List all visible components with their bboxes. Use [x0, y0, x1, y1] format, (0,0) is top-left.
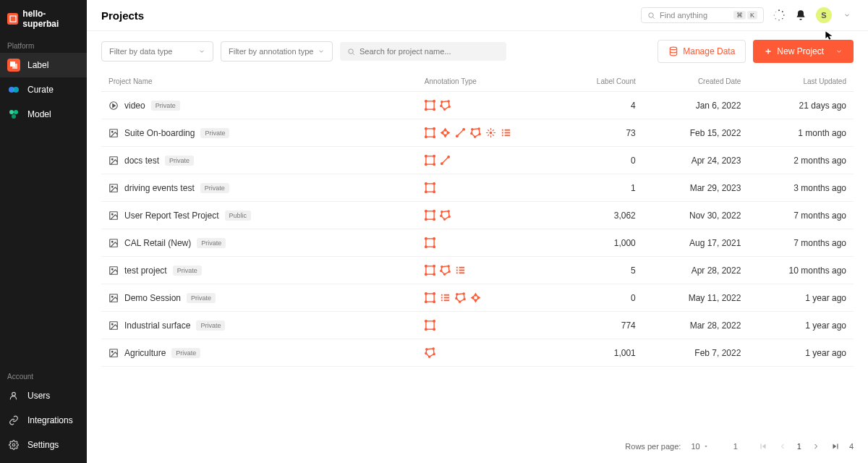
- workspace-switcher[interactable]: hello-superbai: [0, 6, 87, 38]
- project-search-input[interactable]: [359, 47, 499, 56]
- user-avatar[interactable]: S: [816, 7, 832, 23]
- table-row[interactable]: test project Private 5 Apr 28, 2022 10 m…: [101, 257, 854, 284]
- loading-spinner-icon: [773, 9, 786, 22]
- next-page-button[interactable]: [810, 441, 822, 452]
- table-row[interactable]: video Private 4 Jan 6, 2022 21 days ago: [101, 92, 854, 119]
- page-title: Projects: [101, 9, 144, 22]
- svg-rect-51: [502, 135, 503, 136]
- svg-point-91: [425, 266, 426, 267]
- svg-point-137: [425, 352, 427, 354]
- sidebar-item-integrations[interactable]: Integrations: [0, 408, 87, 433]
- label-count: 3,062: [553, 202, 643, 229]
- svg-point-42: [478, 128, 480, 129]
- table-row[interactable]: Agriculture Private 1,001 Feb 7, 2022 1 …: [101, 339, 854, 367]
- annotation-icons: [425, 127, 545, 138]
- svg-point-122: [459, 301, 460, 302]
- image-type-icon: [109, 238, 119, 248]
- search-icon: [347, 48, 355, 56]
- sidebar-item-text: Settings: [27, 440, 59, 450]
- sidebar-section-platform: Platform: [0, 38, 87, 53]
- svg-rect-83: [426, 239, 434, 247]
- last-updated: 1 year ago: [748, 312, 854, 339]
- prev-page-button[interactable]: [777, 441, 788, 452]
- page-controls: 1 4: [757, 440, 854, 453]
- visibility-badge: Private: [187, 293, 216, 303]
- sidebar-item-settings[interactable]: Settings: [0, 433, 87, 457]
- svg-point-77: [448, 211, 449, 212]
- created-date: Nov 30, 2022: [643, 202, 749, 229]
- last-updated: 21 days ago: [748, 92, 854, 119]
- svg-rect-52: [504, 135, 510, 136]
- page-input[interactable]: 1: [733, 442, 738, 451]
- svg-point-85: [433, 238, 435, 239]
- visibility-badge: Private: [171, 348, 200, 358]
- filter-data-type[interactable]: Filter by data type: [101, 41, 213, 61]
- svg-rect-49: [502, 132, 503, 134]
- svg-point-25: [425, 109, 426, 110]
- svg-point-94: [433, 273, 435, 275]
- svg-point-99: [441, 270, 442, 271]
- svg-point-72: [425, 211, 426, 212]
- table-row[interactable]: Industrial surface Private 774 Mar 28, 2…: [101, 312, 854, 339]
- search-icon: [647, 12, 655, 20]
- notification-bell-icon[interactable]: [794, 9, 807, 22]
- last-page-button[interactable]: [829, 440, 842, 453]
- chevron-down-icon[interactable]: [841, 9, 854, 22]
- anno-list-icon: [455, 265, 466, 276]
- filter-annotation-type[interactable]: Filter by annotation type: [221, 41, 333, 61]
- rows-per-page-select[interactable]: 10: [691, 442, 708, 451]
- col-created-date: Created Date: [643, 72, 749, 92]
- svg-point-86: [425, 246, 426, 247]
- table-row[interactable]: Demo Session Private 0 May 11, 2022 1 ye…: [101, 284, 854, 312]
- sidebar-item-model[interactable]: Model: [0, 102, 87, 127]
- new-project-button[interactable]: New Project: [753, 40, 854, 63]
- table-row[interactable]: Suite On-boarding Private 73 Feb 15, 202…: [101, 119, 854, 147]
- anno-box-icon: [425, 127, 435, 138]
- sidebar-item-label[interactable]: Label: [0, 53, 87, 77]
- anno-poly-icon: [440, 210, 451, 221]
- svg-point-130: [433, 328, 435, 330]
- sidebar-item-text: Model: [27, 109, 51, 119]
- label-count: 1,000: [553, 229, 643, 257]
- svg-point-59: [433, 163, 435, 165]
- svg-point-10: [649, 12, 653, 17]
- created-date: Aug 17, 2021: [643, 229, 749, 257]
- gear-icon: [7, 438, 20, 451]
- svg-point-37: [425, 136, 426, 137]
- svg-rect-2: [12, 64, 17, 69]
- first-page-button[interactable]: [757, 440, 770, 453]
- sidebar-item-curate[interactable]: Curate: [0, 77, 87, 102]
- table-row[interactable]: CAL Retail (New) Private 1,000 Aug 17, 2…: [101, 229, 854, 257]
- svg-point-98: [443, 273, 445, 275]
- svg-point-35: [425, 128, 426, 129]
- visibility-badge: Private: [196, 320, 225, 331]
- svg-point-30: [443, 109, 445, 110]
- anno-rotate-icon: [470, 292, 481, 303]
- table-row[interactable]: User Report Test Project Public 3,062 No…: [101, 202, 854, 229]
- svg-point-110: [433, 293, 435, 294]
- project-name: User Report Test Project: [124, 211, 219, 221]
- svg-point-79: [443, 218, 445, 220]
- svg-point-23: [425, 101, 426, 102]
- svg-point-68: [433, 191, 435, 192]
- svg-rect-55: [426, 156, 434, 164]
- visibility-badge: Private: [197, 238, 226, 248]
- svg-point-56: [425, 156, 426, 157]
- table-row[interactable]: docs test Private 0 Apr 24, 2023 2 month…: [101, 147, 854, 174]
- anno-list-icon: [501, 127, 511, 138]
- label-count: 774: [553, 312, 643, 339]
- svg-point-111: [425, 301, 426, 302]
- annotation-icons: [425, 237, 545, 248]
- global-search-placeholder: Find anything: [660, 11, 729, 20]
- anno-keypoint-icon: [485, 127, 496, 138]
- svg-rect-101: [459, 267, 464, 268]
- sidebar-item-users[interactable]: Users: [0, 383, 87, 408]
- global-search[interactable]: Find anything ⌘ K: [641, 7, 764, 23]
- manage-data-button[interactable]: Manage Data: [658, 40, 746, 63]
- svg-point-11: [778, 9, 780, 11]
- visibility-badge: Private: [200, 183, 229, 193]
- label-count: 0: [553, 284, 643, 312]
- svg-point-63: [111, 186, 113, 187]
- table-row[interactable]: driving events test Private 1 Mar 29, 20…: [101, 174, 854, 202]
- project-search[interactable]: [340, 42, 506, 61]
